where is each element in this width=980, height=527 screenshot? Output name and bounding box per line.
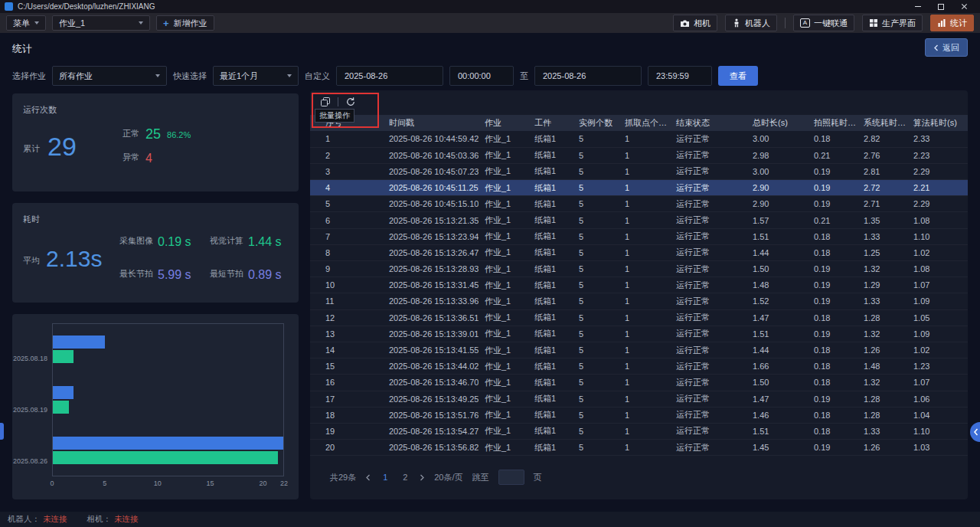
maximize-button[interactable] bbox=[929, 0, 952, 13]
table-cell: 1 bbox=[619, 293, 670, 309]
camera-button[interactable]: 相机 bbox=[673, 15, 717, 31]
table-cell: 2025-08-26 15:13:33.963 bbox=[383, 293, 479, 309]
table-cell: 运行正常 bbox=[670, 293, 746, 309]
jump-page-input[interactable] bbox=[498, 470, 524, 485]
job-filter-select[interactable]: 所有作业 bbox=[52, 66, 167, 86]
table-cell: 1.47 bbox=[746, 309, 808, 326]
table-row[interactable]: 92025-08-26 15:13:28.934作业_1纸箱151运行正常1.5… bbox=[310, 261, 968, 277]
table-row[interactable]: 182025-08-26 15:13:51.763作业_1纸箱151运行正常1.… bbox=[310, 407, 968, 423]
table-row[interactable]: 152025-08-26 15:13:44.027作业_1纸箱151运行正常1.… bbox=[310, 358, 968, 375]
table-cell: 2025-08-26 15:13:36.512 bbox=[383, 309, 479, 326]
table-cell: 1.32 bbox=[858, 375, 907, 391]
robot-button[interactable]: 机器人 bbox=[725, 15, 777, 31]
table-cell: 运行正常 bbox=[670, 163, 746, 179]
table-row[interactable]: 162025-08-26 15:13:46.706作业_1纸箱151运行正常1.… bbox=[310, 375, 968, 391]
table-cell: 1.03 bbox=[907, 440, 968, 456]
one-key-link-button[interactable]: 一键联通 bbox=[793, 15, 854, 31]
time-avg-label: 平均 bbox=[23, 255, 40, 270]
chart-x-axis: 0510152022 bbox=[52, 480, 284, 490]
add-job-button[interactable]: 新增作业 bbox=[156, 15, 214, 31]
table-row[interactable]: 132025-08-26 15:13:39.010作业_1纸箱151运行正常1.… bbox=[310, 326, 968, 342]
back-button[interactable]: 返回 bbox=[925, 38, 968, 57]
table-row[interactable]: 202025-08-26 15:13:56.820作业_1纸箱151运行正常1.… bbox=[310, 440, 968, 456]
table-row[interactable]: 112025-08-26 15:13:33.963作业_1纸箱151运行正常1.… bbox=[310, 293, 968, 309]
refresh-button[interactable] bbox=[345, 97, 356, 107]
table-body: 12025-08-26 10:44:59.427作业_1纸箱151运行正常3.0… bbox=[310, 131, 968, 456]
robot-status-label: 机器人： bbox=[8, 514, 40, 525]
table-cell: 4 bbox=[310, 180, 383, 196]
time-cost-card-title: 耗时 bbox=[23, 214, 40, 225]
batch-operation-button[interactable] bbox=[320, 97, 331, 107]
production-screen-button[interactable]: 生产界面 bbox=[862, 15, 923, 31]
close-button[interactable] bbox=[952, 0, 975, 13]
quick-range-select[interactable]: 最近1个月 bbox=[213, 66, 299, 86]
table-row[interactable]: 22025-08-26 10:45:03.368作业_1纸箱151运行正常2.9… bbox=[310, 147, 968, 163]
table-cell: 5 bbox=[573, 163, 619, 179]
start-time-input[interactable]: 00:00:00 bbox=[449, 66, 514, 86]
chart-y-tick-label: 2025.08.26 bbox=[13, 457, 47, 465]
bar-group bbox=[53, 425, 283, 476]
table-cell: 2025-08-26 10:44:59.427 bbox=[383, 131, 479, 147]
camera-status-value: 未连接 bbox=[114, 514, 139, 525]
page-number-2[interactable]: 2 bbox=[400, 473, 410, 482]
next-page-button[interactable] bbox=[420, 474, 425, 481]
end-date-input[interactable]: 2025-08-26 bbox=[534, 66, 642, 86]
table-cell: 1.46 bbox=[746, 407, 808, 423]
prev-page-button[interactable] bbox=[365, 474, 371, 481]
job-select-dropdown[interactable]: 作业_1 bbox=[52, 15, 150, 31]
table-cell: 纸箱1 bbox=[528, 277, 573, 293]
table-row[interactable]: 32025-08-26 10:45:07.232作业_1纸箱151运行正常3.0… bbox=[310, 163, 968, 179]
table-cell: 5 bbox=[573, 277, 619, 293]
end-time-input[interactable]: 23:59:59 bbox=[648, 66, 712, 86]
chart-y-tick-label: 2025.08.18 bbox=[13, 355, 47, 362]
table-cell: 1.05 bbox=[907, 309, 968, 326]
table-cell: 1 bbox=[619, 147, 670, 163]
table-row[interactable]: 142025-08-26 15:13:41.553作业_1纸箱151运行正常1.… bbox=[310, 342, 968, 358]
results-table-panel: 批量操作 序号时间戳作业工件实例个数抓取点个…结束状态总时长(s)拍照耗时…系统… bbox=[310, 90, 968, 499]
table-row[interactable]: 62025-08-26 15:13:21.352作业_1纸箱151运行正常1.5… bbox=[310, 212, 968, 228]
table-cell: 0.19 bbox=[808, 293, 858, 309]
column-header: 结束状态 bbox=[670, 115, 746, 131]
table-cell: 运行正常 bbox=[670, 228, 746, 244]
right-collapse-button[interactable] bbox=[970, 422, 980, 442]
table-row[interactable]: 192025-08-26 15:13:54.276作业_1纸箱151运行正常1.… bbox=[310, 423, 968, 439]
view-button-label: 查看 bbox=[730, 70, 746, 82]
table-row[interactable]: 82025-08-26 15:13:26.473作业_1纸箱151运行正常1.4… bbox=[310, 244, 968, 260]
metric-longest-label: 最长节拍 bbox=[119, 268, 153, 281]
table-cell: 2.81 bbox=[858, 163, 907, 179]
table-cell: 1.10 bbox=[907, 228, 968, 244]
table-cell: 15 bbox=[310, 358, 383, 375]
per-page-label: 20条/页 bbox=[434, 472, 462, 483]
table-row[interactable]: 122025-08-26 15:13:36.512作业_1纸箱151运行正常1.… bbox=[310, 309, 968, 326]
table-row[interactable]: 172025-08-26 15:13:49.257作业_1纸箱151运行正常1.… bbox=[310, 391, 968, 407]
total-count-label: 共29条 bbox=[330, 472, 356, 483]
run-normal-value: 25 bbox=[145, 127, 161, 141]
metric-vision-value: 1.44 s bbox=[248, 236, 282, 248]
table-row[interactable]: 72025-08-26 15:13:23.941作业_1纸箱151运行正常1.5… bbox=[310, 228, 968, 244]
time-avg-block: 平均 2.13s bbox=[23, 247, 102, 270]
table-cell: 1 bbox=[619, 212, 670, 228]
column-header: 系统耗时… bbox=[858, 115, 907, 131]
stats-button[interactable]: 统计 bbox=[930, 15, 974, 31]
table-cell: 纸箱1 bbox=[528, 228, 573, 244]
table-cell: 2.72 bbox=[858, 180, 907, 196]
pagination: 共29条 1 2 20条/页 跳至 页 bbox=[330, 467, 542, 487]
menu-dropdown[interactable]: 菜单 bbox=[6, 15, 46, 31]
table-cell: 0.18 bbox=[808, 407, 858, 423]
minimize-button[interactable] bbox=[906, 0, 929, 13]
runs-bar-chart bbox=[52, 323, 284, 476]
table-row[interactable]: 12025-08-26 10:44:59.427作业_1纸箱151运行正常3.0… bbox=[310, 131, 968, 147]
table-cell: 1.33 bbox=[858, 423, 907, 439]
table-cell: 0.19 bbox=[808, 163, 858, 179]
view-button[interactable]: 查看 bbox=[718, 66, 758, 86]
toolbar-divider bbox=[338, 97, 338, 106]
table-row[interactable]: 102025-08-26 15:13:31.454作业_1纸箱151运行正常1.… bbox=[310, 277, 968, 293]
left-drawer-handle[interactable] bbox=[0, 423, 4, 440]
table-cell: 1.32 bbox=[858, 261, 907, 277]
page-number-1[interactable]: 1 bbox=[380, 473, 390, 482]
table-row[interactable]: 42025-08-26 10:45:11.259作业_1纸箱151运行正常2.9… bbox=[310, 180, 968, 196]
table-row[interactable]: 52025-08-26 10:45:15.108作业_1纸箱151运行正常2.9… bbox=[310, 196, 968, 212]
start-date-input[interactable]: 2025-08-26 bbox=[336, 66, 443, 86]
table-cell: 1.07 bbox=[907, 375, 968, 391]
chevron-left-icon bbox=[365, 474, 371, 481]
